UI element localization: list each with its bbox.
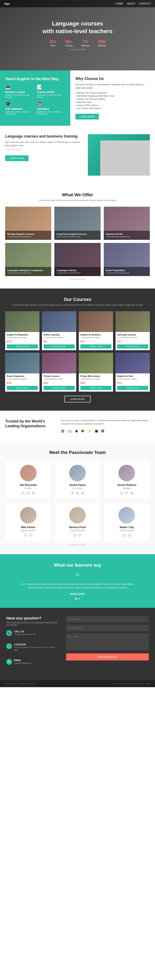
seminars-icon: 🎓: [5, 101, 34, 107]
course-img-2: [79, 311, 113, 332]
enroll-button-5[interactable]: ENROLL NOW: [44, 386, 74, 390]
team-image-credit: Image from Freepik: [5, 544, 150, 546]
offer-image-credit: Image from Freepik: [5, 278, 150, 280]
contact-form: SEND MESSAGE: [66, 616, 149, 672]
message-field[interactable]: [66, 633, 149, 650]
course-img-3: [115, 311, 150, 332]
course-card-0: English for Beginners A short element co…: [5, 311, 40, 350]
stat-courses: 50+ Courses: [65, 39, 73, 47]
social-twitter-4[interactable]: t: [78, 533, 82, 538]
member-name-0: Nat Reynolds: [8, 484, 48, 487]
nav-about[interactable]: ABOUT: [127, 2, 135, 5]
offer-card-3: Language training for companies A short …: [5, 243, 51, 276]
name-field[interactable]: [66, 616, 149, 622]
team-card-5: Walter Lilly French Teacher f t: [104, 503, 150, 542]
enroll-button-6[interactable]: ENROLL NOW: [81, 386, 111, 390]
teach-title: Teach English in the Best Way: [5, 76, 65, 81]
course-card-5: Private Lessons A short element content.…: [42, 353, 76, 391]
social-facebook-2[interactable]: f: [119, 491, 123, 495]
course-img-4: [5, 353, 40, 374]
footer-left: © Footer 2022. All Rights Reserved: [5, 682, 34, 685]
social-facebook-3[interactable]: f: [24, 533, 28, 538]
enroll-button-4[interactable]: ENROLL NOW: [7, 386, 38, 390]
bullet-3: Meet New Ideas: [76, 101, 150, 104]
nav-contact[interactable]: CONTACT: [139, 2, 151, 5]
social-facebook-0[interactable]: f: [21, 491, 25, 495]
trusted-logos: ◎ 📖 ◈ ⊕ ⚡ ◼ ⊞: [61, 429, 150, 433]
offer-card-1-overlay: Long-Term English Courses A short elemen…: [54, 231, 100, 240]
social-linkedin-1[interactable]: in: [81, 491, 85, 495]
avatar-1: [69, 465, 86, 481]
teach-item-online: 💻 ONLINE CLASSES Simple click to select …: [5, 84, 34, 98]
social-links-0: f t in: [8, 491, 48, 495]
course-body-5: Private Lessons A short element content.…: [42, 374, 76, 391]
offer-card-2-overlay: Classes For 50+ A short element content …: [104, 231, 150, 240]
offer-card-3-overlay: Language training for companies A short …: [5, 267, 51, 276]
enroll-button-3[interactable]: ENROLL NOW: [117, 344, 148, 348]
courses-learn-more-button[interactable]: LEARN MORE: [65, 396, 91, 402]
nav-logo: logo: [4, 2, 10, 5]
avatar-0: [20, 465, 36, 481]
teach-left: Teach English in the Best Way 💻 ONLINE C…: [0, 70, 70, 126]
contact-email: ✉ EMAIL email@example.com: [6, 659, 58, 669]
social-twitter-1[interactable]: t: [76, 491, 79, 495]
social-linkedin-2[interactable]: in: [130, 491, 134, 495]
trusted-layout: Trusted by the World's Leading Organisat…: [5, 419, 150, 433]
contact-phone-details: CALL US 123 000 789 123 000 789: [14, 630, 35, 640]
teach-item-trainings: 📚 TRAININGS Simple click, click to selec…: [37, 101, 65, 115]
hero-section: Language courseswith native-level teache…: [0, 0, 155, 70]
social-twitter-5[interactable]: t: [127, 533, 131, 538]
courses-grid: English for Beginners A short element co…: [5, 311, 150, 391]
contact-location-details: LOCATION 123 Back Street, 2t Avenue, New…: [14, 643, 58, 656]
member-role-3: Spanish Teacher: [8, 529, 48, 531]
member-name-2: Jennie Roberts: [107, 484, 147, 487]
contact-title: Have any question?: [6, 616, 58, 620]
offer-card-0-overlay: Flexible English Courses A short element…: [5, 231, 51, 240]
offer-card-5-overlay: Exam Preparation A 4 min short of lorem …: [104, 267, 150, 276]
testimonial-dots: [5, 598, 150, 600]
trainings-icon: 📚: [37, 101, 65, 107]
social-linkedin-0[interactable]: in: [32, 491, 36, 495]
enroll-button-1[interactable]: ENROLL NOW: [44, 344, 74, 348]
social-facebook-4[interactable]: f: [73, 533, 77, 538]
nav-home[interactable]: HOME: [116, 2, 123, 5]
logo-2: ◈: [75, 429, 78, 433]
submit-button[interactable]: SEND MESSAGE: [66, 654, 149, 660]
offer-title: What We Offer: [5, 192, 150, 197]
logo-1: 📖: [67, 429, 72, 433]
social-twitter-2[interactable]: t: [125, 491, 129, 495]
social-facebook-1[interactable]: f: [70, 491, 74, 495]
business-learn-more-button[interactable]: LEARN MORE: [5, 155, 28, 161]
testimonial-author: Hellen Smith: [5, 592, 150, 595]
dot-1[interactable]: [78, 598, 80, 600]
logo-0: ◎: [61, 429, 64, 433]
team-section: Meet the Passionate Team Nat Reynolds Fo…: [0, 442, 155, 554]
dot-0[interactable]: [75, 598, 77, 600]
stat-years: 10+ Years: [49, 39, 57, 47]
social-twitter-3[interactable]: t: [29, 533, 33, 538]
enroll-button-2[interactable]: ENROLL NOW: [81, 344, 111, 348]
why-choose-us: Why Choose Us Duis aute irure dolor in r…: [70, 70, 155, 126]
email-field[interactable]: [66, 625, 149, 631]
member-name-3: Mila Parker: [8, 526, 48, 529]
enroll-button-0[interactable]: ENROLL NOW: [7, 344, 38, 348]
member-role-4: English Teacher: [58, 529, 97, 531]
courses-more: LEARN MORE: [5, 396, 150, 402]
enroll-button-7[interactable]: ENROLL NOW: [117, 386, 148, 390]
business-left: Language courses and business training N…: [5, 134, 82, 176]
business-text: Nam venenatis quam nibh, eget nam aliqua…: [5, 141, 82, 147]
social-twitter-0[interactable]: t: [26, 491, 30, 495]
social-facebook-5[interactable]: f: [122, 533, 126, 538]
hero-image-credit: Image from Freepik: [43, 48, 112, 51]
navbar: logo HOME ABOUT CONTACT: [0, 0, 155, 7]
member-name-5: Walter Lilly: [107, 526, 147, 529]
quote-icon: ❝: [5, 572, 150, 580]
avatar-4: [69, 507, 86, 523]
contact-section: Have any question? Your email address wi…: [0, 608, 155, 680]
team-card-4: Monica Pooli English Teacher f t: [54, 503, 100, 542]
course-img-7: [115, 353, 150, 374]
trusted-left: Trusted by the World's Leading Organisat…: [5, 419, 53, 433]
bullet-4: Improve Other Lessons: [76, 104, 150, 107]
stat-teachers: 74 Teachers: [81, 39, 90, 47]
why-learn-more-button[interactable]: LEARN MORE: [76, 114, 99, 119]
